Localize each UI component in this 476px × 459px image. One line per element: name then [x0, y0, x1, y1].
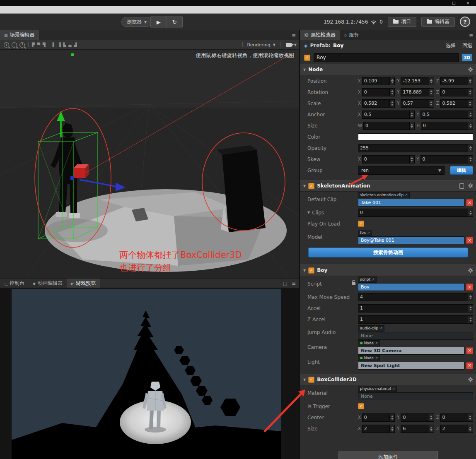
add-component-button[interactable]: 添加组件 — [338, 451, 438, 459]
close-icon[interactable]: × — [466, 1, 469, 5]
rotation-x-field[interactable]: 0 — [362, 88, 395, 96]
remove-button[interactable]: × — [466, 199, 473, 206]
spinner-icon[interactable] — [468, 293, 473, 301]
project-button[interactable]: 项目 — [388, 17, 416, 27]
spinner-icon[interactable] — [389, 414, 394, 421]
scene-viewport[interactable]: 使用鼠标右键旋转视角，使用滚轮缩放视图 两个物体都挂了BoxCollider3D… — [0, 50, 299, 279]
size-h-field[interactable]: 0 — [421, 122, 473, 130]
spinner-icon[interactable] — [468, 305, 473, 312]
spinner-icon[interactable] — [468, 425, 473, 433]
panel-menu-icon[interactable]: ≡ — [292, 32, 296, 38]
rendering-dropdown[interactable]: Rendering — [247, 42, 271, 48]
opacity-field[interactable]: 255 — [358, 144, 473, 152]
distribute-v-icon[interactable]: ▟ — [74, 43, 77, 47]
tab-property-inspector[interactable]: 属性检查器 — [300, 30, 340, 40]
align-center-icon[interactable]: ▐ — [58, 43, 61, 47]
group-dropdown[interactable]: ren ▼ — [358, 166, 445, 175]
color-swatch[interactable] — [358, 133, 473, 140]
spinner-icon[interactable] — [389, 77, 394, 85]
default-clip-field[interactable]: Take 001 — [358, 199, 464, 207]
collapse-arrow-icon[interactable]: ▼ — [303, 68, 306, 72]
spinner-icon[interactable] — [429, 89, 434, 96]
spinner-icon[interactable] — [468, 414, 473, 421]
section-header-boy[interactable]: ▼ ✓ Boy — [300, 264, 476, 276]
spinner-icon[interactable] — [468, 89, 473, 96]
scale-x-field[interactable]: 0.582 — [362, 99, 395, 108]
asset-type-tag[interactable]: audio-clip ↗ — [358, 325, 384, 332]
detach-panel-icon[interactable]: □ — [283, 281, 288, 286]
scale-y-field[interactable]: 0.57 — [401, 99, 434, 108]
spinner-icon[interactable] — [389, 100, 394, 107]
anchor-y-field[interactable]: 0.5 — [420, 111, 473, 119]
spinner-icon[interactable] — [409, 111, 414, 118]
group-edit-button[interactable]: 编辑 — [450, 166, 473, 175]
clips-count-field[interactable]: 0 — [358, 209, 473, 217]
section-header-box-collider-3d[interactable]: ▼ ✓ BoxCollider3D — [300, 374, 476, 385]
chevron-down-icon[interactable]: ▼ — [294, 43, 297, 47]
spinner-icon[interactable] — [429, 425, 434, 433]
browser-dropdown[interactable]: 浏览器 ▼ — [121, 17, 152, 27]
prefab-select-button[interactable]: 选择 — [446, 42, 456, 49]
gear-icon[interactable] — [468, 268, 473, 273]
spinner-icon[interactable] — [389, 89, 394, 96]
camera-field[interactable]: New 3D Camera — [358, 347, 464, 355]
asset-type-tag[interactable]: script ↗ — [358, 276, 377, 283]
panel-menu-icon[interactable]: ≡ — [469, 32, 473, 38]
section-header-skeleton-animation[interactable]: ▼ ✓ SkeletonAnimation — [300, 180, 476, 192]
align-bottom-icon[interactable]: ▄ — [69, 43, 72, 47]
minimize-icon[interactable]: — — [437, 1, 441, 5]
center-z-field[interactable]: 0 — [440, 413, 473, 422]
asset-type-tag[interactable]: physics-material ↗ — [358, 386, 397, 392]
jump-audio-field[interactable]: None — [358, 332, 473, 340]
tab-console[interactable]: ›_ 控制台 — [0, 279, 29, 288]
skew-y-field[interactable]: 0 — [420, 155, 473, 163]
model-field[interactable]: Boy@Take 001 — [358, 236, 464, 244]
node-name-input[interactable]: Boy — [314, 53, 459, 62]
rotation-z-field[interactable]: 0 — [440, 88, 473, 96]
scale-z-field[interactable]: 0.582 — [440, 99, 473, 108]
maximize-icon[interactable]: □ — [452, 1, 456, 5]
distribute-h-icon[interactable]: ▙ — [63, 43, 66, 47]
spinner-icon[interactable] — [468, 156, 473, 163]
refresh-button[interactable]: ↻ — [167, 16, 183, 28]
boy-enabled-checkbox[interactable]: ✓ — [308, 267, 314, 274]
gear-icon[interactable] — [468, 67, 473, 72]
spinner-icon[interactable] — [468, 316, 473, 323]
box-collider-enabled-checkbox[interactable]: ✓ — [308, 377, 314, 383]
node-active-checkbox[interactable]: ✓ — [304, 55, 310, 61]
spinner-icon[interactable] — [409, 122, 414, 130]
remove-button[interactable]: × — [466, 237, 473, 244]
zoom-out-icon[interactable]: − — [12, 42, 17, 48]
tab-scene-editor[interactable]: ▦ 场景编辑器 — [0, 30, 39, 40]
collapse-arrow-icon[interactable]: ▼ — [303, 184, 306, 188]
gear-icon[interactable] — [468, 183, 473, 188]
size-w-field[interactable]: 0 — [363, 122, 415, 130]
play-button[interactable]: ▶ — [151, 16, 167, 28]
editor-button[interactable]: 编辑器 — [421, 17, 455, 27]
align-left-icon[interactable]: ▛ — [32, 43, 35, 47]
z-accel-field[interactable]: 1 — [358, 315, 473, 324]
max-move-speed-field[interactable]: 4 — [358, 293, 473, 301]
collapse-arrow-icon[interactable]: ▼ — [303, 269, 306, 272]
remove-button[interactable]: × — [466, 347, 473, 354]
anchor-x-field[interactable]: 0.5 — [362, 111, 415, 119]
align-right-icon[interactable]: ▜ — [43, 43, 46, 47]
remove-button[interactable]: × — [466, 362, 473, 369]
light-field[interactable]: New Spot Light — [358, 362, 464, 370]
script-field[interactable]: Boy — [358, 283, 464, 291]
collapse-arrow-icon[interactable]: ▼ — [303, 378, 306, 382]
spinner-icon[interactable] — [409, 156, 414, 163]
spinner-icon[interactable] — [468, 77, 473, 85]
skeleton-animation-enabled-checkbox[interactable]: ✓ — [308, 183, 314, 189]
node-type-tag[interactable]: ■ Node ↗ — [358, 340, 380, 346]
align-middle-icon[interactable]: ▌ — [53, 43, 56, 47]
spinner-icon[interactable] — [389, 425, 394, 433]
tab-services[interactable]: ◇ 服务 — [340, 30, 363, 40]
asset-type-tag[interactable]: skeleton-animation-clip ↗ — [358, 192, 410, 198]
collider-size-z-field[interactable]: 2 — [440, 425, 473, 433]
prefab-revert-button[interactable]: 回退 — [462, 42, 472, 49]
is-trigger-checkbox[interactable]: ✓ — [358, 403, 364, 409]
spinner-icon[interactable] — [468, 100, 473, 107]
collapse-arrow-icon[interactable]: ▼ — [307, 211, 310, 214]
collider-size-y-field[interactable]: 6 — [401, 425, 434, 433]
